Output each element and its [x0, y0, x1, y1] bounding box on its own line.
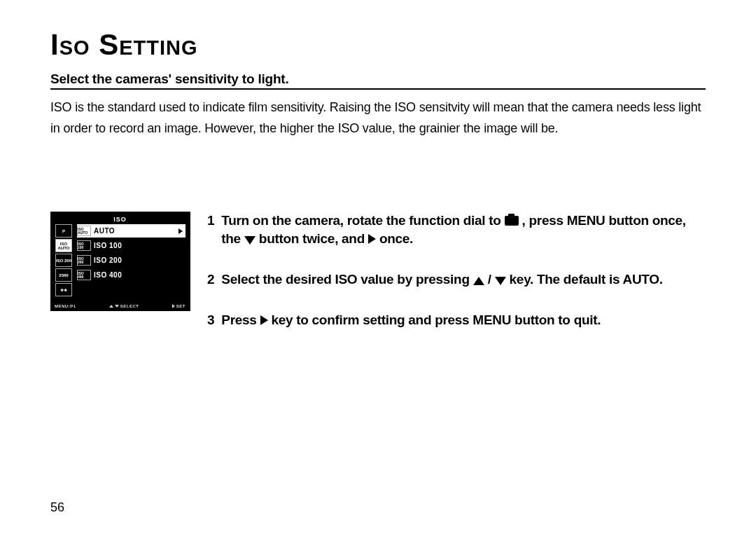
- step-item: 1 Turn on the camera, rotate the functio…: [207, 212, 706, 248]
- intro-paragraph: ISO is the standard used to indicate fil…: [50, 97, 706, 139]
- lcd-row: ISO 100 ISO 100: [77, 239, 186, 252]
- camera-icon: [505, 216, 519, 226]
- triangle-right-icon: [368, 234, 376, 244]
- lcd-left-icon: 2560: [55, 268, 72, 282]
- lcd-left-icon: ★★: [55, 283, 72, 296]
- instruction-steps: 1 Turn on the camera, rotate the functio…: [207, 212, 706, 352]
- lcd-left-icon: ISO AUTO: [55, 239, 72, 252]
- step-item: 3 Press key to confirm setting and press…: [207, 311, 706, 329]
- step-item: 2 Select the desired ISO value by pressi…: [207, 270, 706, 289]
- lcd-footer: MENU:P1 SELECT SET: [55, 302, 186, 308]
- triangle-up-icon: [473, 277, 484, 285]
- page-title: Iso Setting: [50, 28, 706, 62]
- section-subhead: Select the cameras' sensitivity to light…: [50, 71, 706, 90]
- page-number: 56: [50, 500, 64, 515]
- lcd-left-icon: P: [55, 224, 72, 238]
- lcd-row: ISO AUTO AUTO: [77, 224, 186, 238]
- lcd-row: ISO 400 ISO 400: [77, 268, 186, 282]
- camera-lcd-illustration: ISO P ISO AUTO ISO 200 2560 ★★ ISO AUTO …: [50, 212, 190, 311]
- lcd-title: ISO: [55, 214, 186, 224]
- triangle-down-icon: [244, 236, 255, 245]
- lcd-row: ISO 200 ISO 200: [77, 254, 186, 267]
- lcd-left-icon: ISO 200: [55, 254, 72, 267]
- triangle-right-icon: [178, 228, 183, 234]
- triangle-down-icon: [495, 277, 506, 285]
- triangle-right-icon: [260, 315, 268, 325]
